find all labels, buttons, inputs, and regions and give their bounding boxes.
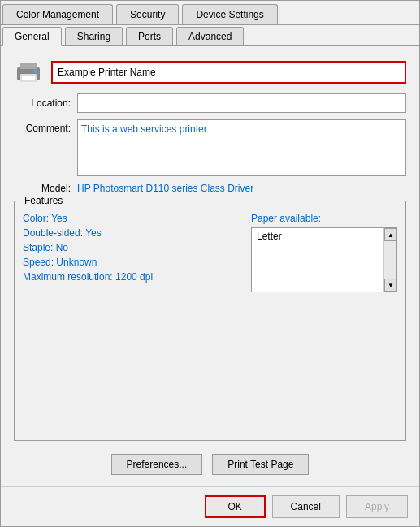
scroll-down-button[interactable]: ▼ — [384, 279, 397, 292]
tab-security[interactable]: Security — [116, 4, 179, 24]
cancel-button[interactable]: Cancel — [272, 495, 340, 518]
tab-ports[interactable]: Ports — [126, 27, 173, 45]
tab-device-settings[interactable]: Device Settings — [182, 4, 277, 24]
location-input[interactable] — [77, 93, 406, 113]
printer-name-row — [14, 58, 406, 87]
feature-color: Color: Yes — [23, 213, 243, 224]
feature-resolution: Maximum resolution: 1200 dpi — [23, 271, 243, 283]
feature-speed: Speed: Unknown — [23, 257, 243, 268]
printer-properties-dialog: Color Management Security Device Setting… — [0, 0, 420, 527]
svg-rect-1 — [20, 63, 37, 69]
comment-label: Comment: — [14, 119, 71, 134]
tab-general[interactable]: General — [2, 27, 62, 46]
location-row: Location: — [14, 93, 406, 113]
paper-list-items: Letter — [252, 228, 383, 292]
printer-icon — [14, 58, 43, 87]
svg-point-4 — [34, 70, 37, 73]
paper-listbox[interactable]: Letter ▲ ▼ — [251, 227, 397, 292]
features-legend: Features — [21, 195, 66, 206]
svg-rect-3 — [22, 76, 35, 80]
mid-button-row: Preferences... Print Test Page — [14, 447, 406, 478]
tab-color-management[interactable]: Color Management — [2, 4, 113, 24]
features-content: Color: Yes Double-sided: Yes Staple: No … — [23, 213, 397, 292]
model-value: HP Photosmart D110 series Class Driver — [77, 183, 253, 194]
paper-item-letter: Letter — [255, 230, 380, 243]
main-content: Location: Comment: This is a web service… — [1, 46, 419, 486]
tab-sharing[interactable]: Sharing — [65, 27, 123, 45]
preferences-button[interactable]: Preferences... — [111, 454, 203, 475]
scroll-track-inner — [384, 241, 396, 279]
tab-advanced[interactable]: Advanced — [176, 27, 244, 45]
apply-button[interactable]: Apply — [346, 495, 408, 518]
ok-button[interactable]: OK — [205, 495, 266, 518]
feature-double-sided: Double-sided: Yes — [23, 227, 243, 239]
top-tab-bar: Color Management Security Device Setting… — [1, 1, 419, 25]
printer-name-input[interactable] — [51, 61, 406, 84]
comment-textarea[interactable]: This is a web services printer — [77, 119, 406, 176]
features-right: Paper available: Letter ▲ ▼ — [251, 213, 397, 292]
scroll-up-button[interactable]: ▲ — [384, 228, 397, 241]
location-label: Location: — [14, 97, 71, 109]
features-group: Features Color: Yes Double-sided: Yes St… — [14, 201, 406, 441]
comment-row: Comment: This is a web services printer — [14, 119, 406, 176]
footer: OK Cancel Apply — [1, 486, 419, 526]
print-test-page-button[interactable]: Print Test Page — [212, 454, 309, 475]
model-label: Model: — [14, 183, 71, 194]
scrollbar-track: ▲ ▼ — [383, 228, 396, 292]
features-left: Color: Yes Double-sided: Yes Staple: No … — [23, 213, 243, 292]
model-row: Model: HP Photosmart D110 series Class D… — [14, 183, 406, 194]
bottom-tab-bar: General Sharing Ports Advanced — [1, 25, 419, 46]
feature-staple: Staple: No — [23, 242, 243, 253]
paper-available-label: Paper available: — [251, 213, 397, 224]
